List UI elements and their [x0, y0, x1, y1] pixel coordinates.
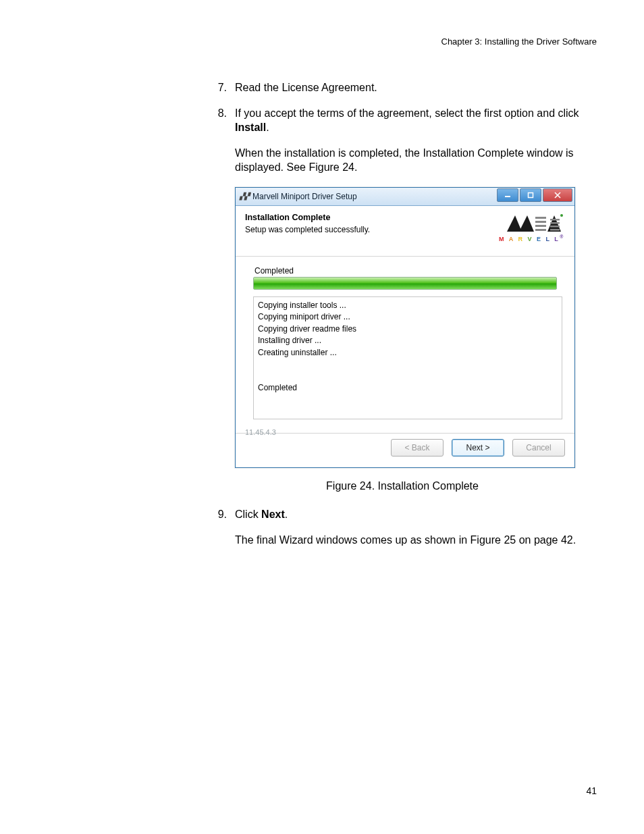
- text-bold: Install: [235, 122, 266, 133]
- close-button[interactable]: [543, 188, 572, 202]
- text-post: .: [266, 122, 269, 133]
- svg-rect-8: [535, 225, 546, 227]
- svg-marker-4: [507, 215, 522, 232]
- svg-rect-12: [550, 222, 560, 224]
- text-pre: If you accept the terms of the agreement…: [235, 107, 579, 119]
- window-title: Marvell Miniport Driver Setup: [252, 192, 357, 201]
- svg-rect-14: [550, 229, 560, 231]
- text-bold: Next: [261, 509, 285, 520]
- minimize-button[interactable]: [497, 188, 518, 202]
- dialog-header-panel: Installation Complete Setup was complete…: [236, 206, 574, 257]
- install-log[interactable]: Copying installer tools ... Copying mini…: [253, 296, 562, 419]
- log-line: Creating uninstaller ...: [258, 347, 558, 359]
- page-number: 41: [586, 785, 597, 796]
- log-line: [258, 359, 558, 370]
- step-number: 7.: [208, 80, 227, 95]
- maximize-button[interactable]: [520, 188, 541, 202]
- svg-rect-13: [550, 226, 560, 228]
- log-line: Copying installer tools ...: [258, 300, 558, 311]
- back-button: < Back: [391, 439, 444, 457]
- logo-wordmark: M A R V E L L®: [499, 234, 565, 242]
- progress-label: Completed: [254, 266, 558, 276]
- next-button[interactable]: Next >: [452, 439, 504, 457]
- svg-rect-11: [550, 219, 560, 221]
- svg-rect-7: [535, 221, 546, 223]
- marvell-logo: M A R V E L L®: [499, 213, 565, 242]
- step-8: 8. If you accept the terms of the agreem…: [208, 106, 597, 135]
- titlebar[interactable]: ▞▞ Marvell Miniport Driver Setup: [236, 188, 574, 206]
- svg-rect-6: [535, 217, 546, 219]
- svg-rect-9: [535, 229, 546, 231]
- dialog-title: Installation Complete: [245, 213, 370, 222]
- step-8-paragraph: When the installation is completed, the …: [235, 146, 597, 175]
- svg-point-15: [560, 214, 563, 217]
- step-9-paragraph: The final Wizard windows comes up as sho…: [235, 533, 597, 548]
- step-text: If you accept the terms of the agreement…: [235, 106, 597, 135]
- dialog-subtitle: Setup was completed successfully.: [245, 225, 370, 234]
- step-9: 9. Click Next.: [208, 507, 597, 522]
- log-line: Copying miniport driver ...: [258, 311, 558, 323]
- page-header: Chapter 3: Installing the Driver Softwar…: [47, 36, 597, 47]
- step-number: 9.: [208, 507, 227, 522]
- svg-rect-1: [529, 192, 533, 197]
- version-label: 11.45.4.3: [245, 428, 276, 436]
- cancel-button: Cancel: [512, 439, 565, 457]
- app-icon: ▞▞: [240, 192, 249, 200]
- progress-bar: [253, 277, 557, 290]
- log-line: Installing driver ...: [258, 335, 558, 346]
- step-text: Click Next.: [235, 507, 597, 522]
- logo-icon: [506, 213, 558, 233]
- step-number: 8.: [208, 106, 227, 135]
- svg-marker-5: [519, 215, 534, 232]
- log-line: Completed: [258, 382, 558, 394]
- figure-caption: Figure 24. Installation Complete: [208, 480, 597, 492]
- text-post: .: [285, 509, 288, 520]
- step-7: 7. Read the License Agreement.: [208, 80, 597, 95]
- installer-dialog: ▞▞ Marvell Miniport Driver Setup Install…: [235, 187, 575, 468]
- step-text: Read the License Agreement.: [235, 80, 597, 95]
- log-line: Copying driver readme files: [258, 323, 558, 335]
- text-pre: Click: [235, 509, 261, 520]
- log-line: [258, 370, 558, 382]
